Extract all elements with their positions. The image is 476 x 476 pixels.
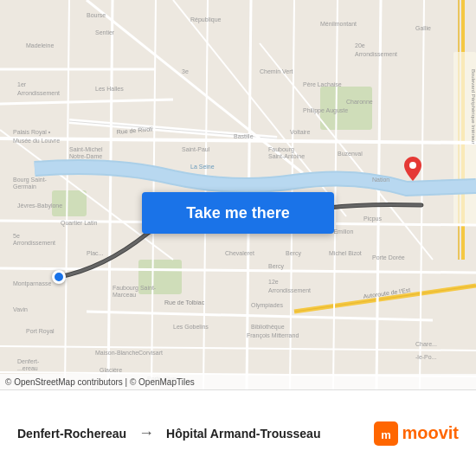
svg-point-96: [409, 162, 416, 169]
svg-text:Michel Bizot: Michel Bizot: [329, 250, 362, 256]
svg-text:Voltaire: Voltaire: [290, 129, 310, 135]
map-attribution: © OpenStreetMap contributors | © OpenMap…: [0, 374, 476, 389]
svg-text:-le-Po...: -le-Po...: [415, 354, 437, 360]
svg-text:Picpus: Picpus: [363, 215, 383, 222]
moovit-logo: m moovit: [374, 421, 459, 446]
svg-text:Les Gobelins: Les Gobelins: [173, 324, 209, 330]
moovit-icon: m: [374, 421, 398, 446]
svg-text:La Seine: La Seine: [190, 164, 215, 170]
svg-text:Porte Dorée: Porte Dorée: [372, 254, 405, 261]
svg-text:Les Halles: Les Halles: [95, 86, 124, 92]
svg-text:Port Royal: Port Royal: [26, 328, 55, 335]
svg-text:Buzenval: Buzenval: [338, 151, 363, 157]
svg-text:m: m: [382, 428, 392, 441]
svg-text:Chare...: Chare...: [415, 341, 437, 347]
svg-text:3e: 3e: [182, 68, 189, 74]
svg-text:12e: 12e: [268, 279, 279, 285]
svg-text:Bercy: Bercy: [268, 263, 284, 270]
svg-text:Montparnasse: Montparnasse: [13, 280, 51, 287]
svg-text:1er: 1er: [17, 81, 27, 87]
svg-text:...ereau: ...ereau: [17, 365, 38, 371]
svg-text:Arrondissement: Arrondissement: [17, 90, 60, 96]
svg-text:Vavin: Vavin: [13, 306, 28, 312]
svg-text:Olympiades: Olympiades: [251, 302, 283, 309]
destination-marker: [404, 157, 421, 181]
route-info: Denfert-Rochereau → Hôpital Armand-Trous…: [17, 424, 374, 442]
svg-text:Plac...: Plac...: [87, 250, 104, 256]
svg-text:Rue de Tolbiac: Rue de Tolbiac: [164, 299, 205, 306]
svg-text:Maison-Blanche: Maison-Blanche: [95, 350, 138, 356]
svg-text:Palais Royal •: Palais Royal •: [13, 129, 51, 136]
svg-text:Saint-Michel: Saint-Michel: [69, 146, 103, 152]
moovit-brand-name: moovit: [402, 423, 459, 443]
svg-text:République: République: [190, 16, 222, 23]
svg-text:Charonne: Charonne: [346, 99, 373, 105]
svg-text:Nation: Nation: [372, 177, 389, 183]
svg-text:Musée du Louvre: Musée du Louvre: [13, 138, 60, 144]
svg-text:Gallie: Gallie: [415, 25, 431, 31]
svg-text:Faubourg Saint-: Faubourg Saint-: [113, 285, 157, 292]
svg-text:Notre-Dame: Notre-Dame: [69, 153, 102, 159]
svg-text:Arrondissement: Arrondissement: [355, 51, 397, 57]
svg-text:Arrondissement: Arrondissement: [268, 287, 311, 293]
destination-label: Hôpital Armand-Trousseau: [166, 427, 320, 441]
svg-text:Sentier: Sentier: [95, 29, 115, 35]
svg-text:Bourse: Bourse: [87, 12, 106, 18]
svg-text:Faubourg: Faubourg: [268, 146, 294, 153]
svg-text:Jèvres-Babylone: Jèvres-Babylone: [17, 203, 62, 209]
svg-text:Corvisart: Corvisart: [138, 350, 163, 356]
svg-text:Madeleine: Madeleine: [26, 42, 54, 48]
svg-text:Père Lachaise: Père Lachaise: [303, 81, 342, 87]
arrow-icon: →: [138, 424, 154, 442]
svg-text:Boulevard Périphérique Intérie: Boulevard Périphérique Intérieur: [471, 69, 476, 144]
attribution-text: © OpenStreetMap contributors | © OpenMap…: [5, 377, 195, 387]
svg-text:Bourg Saint-: Bourg Saint-: [13, 177, 48, 183]
info-bar: Denfert-Rochereau → Hôpital Armand-Trous…: [0, 389, 476, 476]
svg-text:Chevaleret: Chevaleret: [225, 250, 254, 256]
origin-marker: [52, 270, 66, 284]
svg-text:Bercy: Bercy: [286, 250, 301, 257]
origin-label: Denfert-Rochereau: [17, 427, 126, 441]
svg-text:Arrondissement: Arrondissement: [13, 240, 55, 246]
svg-text:Saint-Paul: Saint-Paul: [182, 146, 210, 152]
svg-text:Quartier Latin: Quartier Latin: [61, 220, 98, 227]
svg-text:Marceau: Marceau: [113, 292, 136, 298]
svg-text:Glacière: Glacière: [100, 367, 122, 373]
svg-text:Chemin Vert: Chemin Vert: [260, 68, 293, 74]
svg-text:Germain: Germain: [13, 183, 36, 190]
svg-text:20e: 20e: [355, 42, 365, 48]
svg-text:Bastille: Bastille: [234, 133, 254, 139]
svg-text:Ménilmontant: Ménilmontant: [320, 21, 357, 27]
svg-text:Bibliothèque: Bibliothèque: [251, 324, 285, 331]
svg-text:Saint-Antoine: Saint-Antoine: [268, 153, 305, 159]
svg-text:Philippe Auguste: Philippe Auguste: [303, 107, 348, 114]
svg-text:Denfert-: Denfert-: [17, 358, 40, 364]
take-me-there-button[interactable]: Take me there: [142, 192, 334, 234]
svg-text:5e: 5e: [13, 233, 20, 239]
map-container: Rue de Rivoli Rue de Tolbiac Autoroute d…: [0, 0, 476, 389]
svg-text:François Mitterrand: François Mitterrand: [247, 332, 299, 339]
